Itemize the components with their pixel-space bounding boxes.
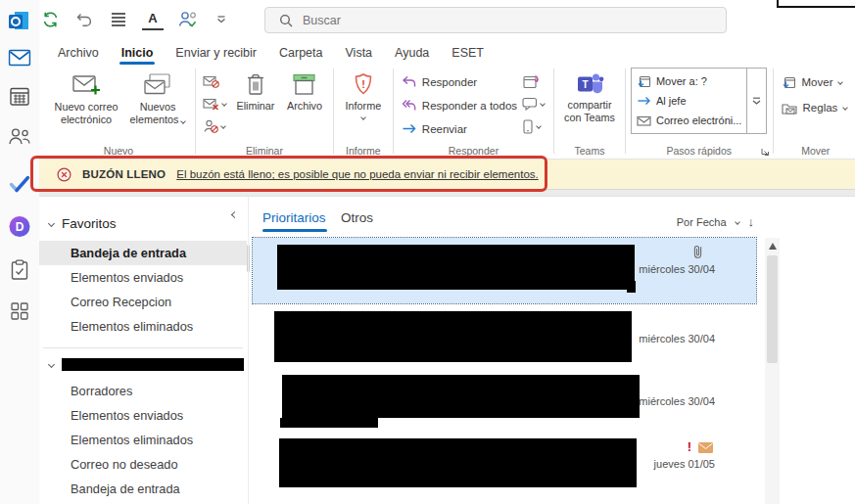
forward-button[interactable]: Reenviar — [399, 117, 520, 140]
teams-icon: T — [575, 72, 604, 96]
delete-button[interactable]: Eliminar — [230, 69, 281, 142]
meeting-reply-button[interactable] — [522, 73, 545, 89]
tab-inicio[interactable]: Inicio — [119, 42, 156, 64]
warning-title: BUZÓN LLENO — [82, 168, 166, 180]
envelope-icon — [637, 115, 651, 126]
email-list-item[interactable]: miércoles 30/04 — [253, 305, 756, 369]
report-button[interactable]: ! Informe — [339, 69, 388, 142]
report-label: Informe — [346, 100, 382, 113]
im-reply-button[interactable] — [522, 96, 545, 112]
tab-otros[interactable]: Otros — [341, 210, 373, 225]
email-list-item[interactable]: ! jueves 01/05 — [253, 436, 756, 501]
tab-ayuda[interactable]: Ayuda — [393, 42, 431, 64]
font-underline-icon[interactable]: A — [142, 9, 164, 30]
forward-label: Reenviar — [422, 123, 467, 135]
mail-nav-icon[interactable] — [9, 49, 31, 67]
quick-access-toolbar: A — [39, 0, 232, 39]
email-date: miércoles 30/04 — [639, 263, 715, 275]
sync-button[interactable] — [39, 9, 61, 30]
tasks-clipboard-nav-icon[interactable] — [10, 259, 29, 281]
quick-steps-more-button[interactable] — [746, 69, 766, 133]
tab-enviar-y-recibir[interactable]: Enviar y recibir — [173, 42, 259, 64]
trash-icon — [245, 72, 266, 97]
ribbon-separator — [333, 69, 334, 154]
junk-mail-button[interactable] — [203, 96, 226, 112]
chevron-down-icon — [221, 101, 227, 107]
people-nav-icon[interactable] — [8, 127, 31, 146]
address-book-check-icon[interactable] — [176, 9, 198, 30]
scroll-up-arrow[interactable] — [769, 243, 777, 250]
favorites-header[interactable]: Favoritos — [39, 212, 247, 234]
mailbox-full-warning-banner: BUZÓN LLENO El buzón está lleno; es posi… — [39, 160, 855, 189]
group-label-responder: Responder — [397, 142, 550, 159]
sidebar-item-borradores[interactable]: Borradores — [39, 379, 247, 403]
tab-vista[interactable]: Vista — [344, 42, 375, 64]
sidebar-item-correo-no-deseado[interactable]: Correo no deseado — [39, 452, 247, 477]
sidebar-item-elementos-eliminados-2[interactable]: Elementos eliminados — [39, 428, 247, 452]
block-sender-button[interactable] — [203, 118, 226, 134]
archive-icon — [291, 72, 317, 97]
tab-archivo[interactable]: Archivo — [56, 42, 101, 64]
sidebar-divider — [43, 347, 243, 348]
rules-label: Reglas — [803, 102, 838, 114]
todo-nav-icon[interactable] — [9, 175, 30, 193]
email-list-item[interactable]: miércoles 30/04 — [253, 238, 756, 303]
d-app-icon[interactable]: D — [9, 215, 31, 238]
search-input[interactable] — [303, 14, 675, 27]
undo-button[interactable] — [73, 9, 95, 30]
view-settings-icon[interactable] — [108, 9, 129, 30]
calendar-nav-icon[interactable] — [10, 86, 30, 107]
chevron-down-icon — [48, 360, 55, 367]
customize-qat-chevron-icon[interactable] — [211, 9, 232, 30]
new-email-button[interactable]: Nuevo correo electrónico — [47, 69, 125, 142]
archive-label: Archivo — [287, 100, 322, 113]
device-reply-button[interactable] — [522, 118, 545, 134]
rules-button[interactable]: Reglas — [779, 99, 853, 116]
scrollbar-thumb[interactable] — [767, 255, 778, 363]
email-list-item[interactable]: miércoles 30/04 — [253, 371, 756, 435]
sidebar-item-correo-recepcion[interactable]: Correo Recepcion — [39, 290, 247, 314]
tab-eset[interactable]: ESET — [450, 42, 486, 64]
group-label-eliminar: Eliminar — [199, 142, 330, 159]
share-to-teams-label: compartir con Teams — [559, 99, 620, 125]
group-label-nuevo: Nuevo — [45, 142, 192, 159]
more-apps-grid-icon[interactable] — [10, 301, 29, 321]
quick-steps-gallery: Mover a: ? Al jefe C — [631, 68, 767, 134]
group-label-teams: Teams — [557, 142, 622, 159]
reply-all-button[interactable]: Responder a todos — [399, 94, 520, 116]
ignore-conversation-button[interactable] — [203, 73, 226, 89]
quick-step-mover-a[interactable]: Mover a: ? — [637, 75, 741, 88]
sort-by-date-control[interactable]: Por Fecha ↓ — [677, 214, 754, 229]
quick-step-correo-electronico[interactable]: Correo electróni... — [637, 115, 741, 126]
new-items-button[interactable]: Nuevos elementos — [125, 69, 190, 142]
ribbon-group-eliminar: Eliminar Archivo Eliminar — [199, 66, 330, 159]
tab-carpeta[interactable]: Carpeta — [277, 42, 324, 64]
new-email-label: Nuevo correo electrónico — [47, 101, 125, 127]
svg-text:T: T — [582, 79, 588, 90]
sort-direction-arrow-icon[interactable]: ↓ — [748, 214, 755, 229]
warning-message-link[interactable]: El buzón está lleno; es posible que no p… — [176, 168, 539, 180]
collapse-sidebar-icon[interactable] — [232, 204, 237, 221]
sidebar-item-elementos-enviados-2[interactable]: Elementos enviados — [39, 403, 247, 428]
ribbon-tab-row: Archivo Inicio Enviar y recibir Carpeta … — [39, 39, 855, 66]
quick-steps-dialog-launcher[interactable] — [760, 147, 770, 157]
quick-step-al-jefe[interactable]: Al jefe — [637, 95, 741, 107]
sort-label: Por Fecha — [677, 216, 727, 228]
sidebar-item-elementos-enviados[interactable]: Elementos enviados — [39, 265, 247, 290]
list-scrollbar[interactable] — [765, 238, 780, 504]
tab-prioritarios[interactable]: Prioritarios — [262, 210, 326, 225]
reply-button[interactable]: Responder — [399, 70, 520, 93]
move-folder-icon — [637, 75, 651, 88]
chevron-down-icon — [838, 79, 844, 85]
share-to-teams-button[interactable]: T compartir con Teams — [559, 69, 620, 142]
search-bar[interactable] — [264, 7, 727, 33]
sidebar-item-elementos-eliminados[interactable]: Elementos eliminados — [39, 314, 247, 339]
archive-button[interactable]: Archivo — [281, 69, 328, 142]
move-button[interactable]: Mover — [779, 73, 853, 91]
sidebar-item-bandeja-de-entrada-2[interactable]: Bandeja de entrada — [39, 477, 247, 501]
account-header[interactable] — [39, 353, 247, 375]
sidebar-item-bandeja-de-entrada[interactable]: Bandeja de entrada — [39, 241, 247, 265]
outlook-logo[interactable] — [8, 9, 31, 32]
redacted-email-content — [282, 375, 640, 418]
chevron-down-icon — [843, 105, 849, 111]
